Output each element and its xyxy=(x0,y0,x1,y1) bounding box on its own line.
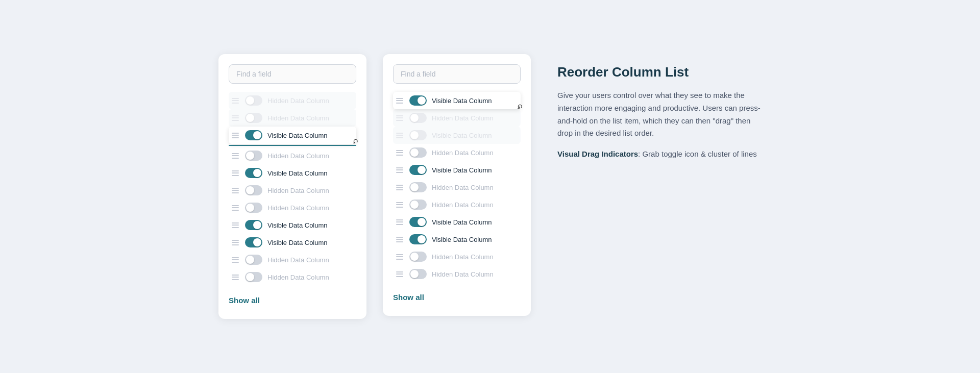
show-all-button-left[interactable]: Show all xyxy=(229,294,260,307)
info-visual-drag: Visual Drag Indicators: Grab toggle icon… xyxy=(557,148,762,161)
list-item[interactable]: Visible Data Column xyxy=(229,216,356,234)
column-card-left: Hidden Data ColumnHidden Data ColumnVisi… xyxy=(218,54,366,319)
info-title: Reorder Column List xyxy=(557,64,762,80)
list-item[interactable]: Visible Data Column xyxy=(393,161,521,179)
visibility-toggle[interactable] xyxy=(245,113,262,123)
list-item[interactable]: Hidden Data Column xyxy=(229,251,356,268)
list-item[interactable]: Hidden Data Column xyxy=(229,147,356,164)
column-label: Visible Data Column xyxy=(267,221,354,229)
list-item[interactable]: Visible Data Column↺ xyxy=(393,92,521,109)
info-visual-drag-label: Visual Drag Indicators xyxy=(557,150,638,158)
column-label: Hidden Data Column xyxy=(432,114,519,122)
column-list-left: Hidden Data ColumnHidden Data ColumnVisi… xyxy=(229,92,356,286)
visibility-toggle[interactable] xyxy=(409,182,427,192)
list-item[interactable]: Visible Data Column↺ xyxy=(229,127,356,144)
drag-handle-icon[interactable] xyxy=(231,152,240,160)
list-item[interactable]: Hidden Data Column xyxy=(229,109,356,127)
drag-handle-icon[interactable] xyxy=(395,149,404,157)
drag-handle-icon[interactable] xyxy=(395,201,404,209)
visibility-toggle[interactable] xyxy=(409,147,427,158)
column-label: Hidden Data Column xyxy=(432,201,519,209)
column-label: Hidden Data Column xyxy=(267,204,354,212)
column-label: Visible Data Column xyxy=(432,132,519,139)
drag-handle-icon[interactable] xyxy=(231,256,240,264)
visibility-toggle[interactable] xyxy=(409,252,427,262)
drag-cursor-icon: ↺ xyxy=(517,103,523,110)
column-label: Visible Data Column xyxy=(267,132,354,139)
drag-handle-icon[interactable] xyxy=(231,132,240,139)
drag-handle-icon[interactable] xyxy=(395,166,404,174)
drag-handle-icon[interactable] xyxy=(231,187,240,194)
drag-handle-icon[interactable] xyxy=(231,221,240,229)
visibility-toggle[interactable] xyxy=(245,95,262,106)
column-label: Visible Data Column xyxy=(432,218,519,226)
info-visual-drag-desc: : Grab toggle icon & cluster of lines xyxy=(638,150,757,158)
column-label: Visible Data Column xyxy=(432,236,519,243)
column-list-right: Visible Data Column↺Hidden Data ColumnVi… xyxy=(393,92,521,283)
show-all-button-right[interactable]: Show all xyxy=(393,291,424,304)
drag-handle-icon[interactable] xyxy=(395,253,404,261)
column-label: Visible Data Column xyxy=(432,166,519,174)
drop-target-line xyxy=(229,145,356,146)
drag-handle-icon[interactable] xyxy=(231,114,240,122)
visibility-toggle[interactable] xyxy=(409,95,427,106)
drag-handle-icon[interactable] xyxy=(395,114,404,122)
visibility-toggle[interactable] xyxy=(409,113,427,123)
visibility-toggle[interactable] xyxy=(245,255,262,265)
visibility-toggle[interactable] xyxy=(245,185,262,195)
drag-handle-icon[interactable] xyxy=(231,169,240,177)
list-item[interactable]: Hidden Data Column xyxy=(393,144,521,161)
column-label: Visible Data Column xyxy=(267,239,354,246)
list-item[interactable]: Hidden Data Column xyxy=(229,92,356,109)
list-item[interactable]: Hidden Data Column xyxy=(393,248,521,265)
drag-handle-icon[interactable] xyxy=(395,132,404,139)
visibility-toggle[interactable] xyxy=(409,165,427,175)
visibility-toggle[interactable] xyxy=(409,130,427,140)
visibility-toggle[interactable] xyxy=(245,237,262,247)
visibility-toggle[interactable] xyxy=(409,200,427,210)
list-item[interactable]: Visible Data Column xyxy=(229,164,356,182)
list-item[interactable]: Visible Data Column xyxy=(393,127,521,144)
drag-cursor-icon: ↺ xyxy=(353,137,358,145)
column-label: Hidden Data Column xyxy=(267,152,354,160)
list-item[interactable]: Hidden Data Column xyxy=(393,179,521,196)
list-item[interactable]: Hidden Data Column xyxy=(229,199,356,216)
drag-handle-icon[interactable] xyxy=(395,184,404,191)
list-item[interactable]: Visible Data Column xyxy=(393,231,521,248)
column-label: Hidden Data Column xyxy=(267,97,354,105)
column-card-right: Visible Data Column↺Hidden Data ColumnVi… xyxy=(383,54,531,316)
column-label: Visible Data Column xyxy=(267,169,354,177)
list-item[interactable]: Hidden Data Column xyxy=(229,182,356,199)
page-wrapper: Hidden Data ColumnHidden Data ColumnVisi… xyxy=(0,34,980,339)
drag-handle-icon[interactable] xyxy=(231,204,240,212)
drag-handle-icon[interactable] xyxy=(395,218,404,226)
column-label: Hidden Data Column xyxy=(267,114,354,122)
visibility-toggle[interactable] xyxy=(245,203,262,213)
drag-handle-icon[interactable] xyxy=(395,236,404,243)
visibility-toggle[interactable] xyxy=(245,272,262,282)
drag-handle-icon[interactable] xyxy=(231,239,240,246)
visibility-toggle[interactable] xyxy=(245,220,262,230)
drag-handle-icon[interactable] xyxy=(231,273,240,281)
list-item[interactable]: Hidden Data Column xyxy=(393,109,521,127)
visibility-toggle[interactable] xyxy=(245,168,262,178)
visibility-toggle[interactable] xyxy=(409,269,427,279)
drag-handle-icon[interactable] xyxy=(395,97,404,105)
list-item[interactable]: Hidden Data Column xyxy=(229,268,356,286)
drag-handle-icon[interactable] xyxy=(395,270,404,278)
visibility-toggle[interactable] xyxy=(245,130,262,140)
column-label: Hidden Data Column xyxy=(432,149,519,157)
list-item[interactable]: Visible Data Column xyxy=(393,213,521,231)
column-label: Hidden Data Column xyxy=(432,253,519,261)
list-item[interactable]: Hidden Data Column xyxy=(393,196,521,213)
visibility-toggle[interactable] xyxy=(245,151,262,161)
column-label: Visible Data Column xyxy=(432,97,519,105)
visibility-toggle[interactable] xyxy=(409,217,427,227)
drag-handle-icon[interactable] xyxy=(231,97,240,105)
list-item[interactable]: Visible Data Column xyxy=(229,234,356,251)
list-item[interactable]: Hidden Data Column xyxy=(393,265,521,283)
info-panel: Reorder Column List Give your users cont… xyxy=(547,54,762,179)
visibility-toggle[interactable] xyxy=(409,234,427,244)
search-input-right[interactable] xyxy=(393,64,521,84)
search-input-left[interactable] xyxy=(229,64,356,84)
